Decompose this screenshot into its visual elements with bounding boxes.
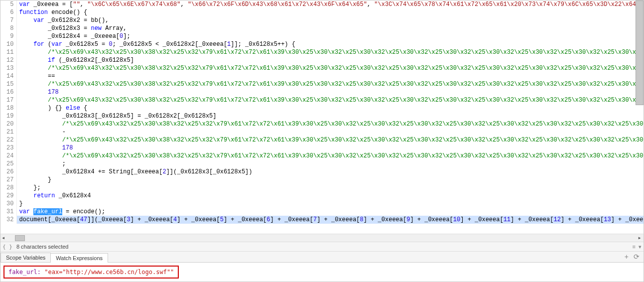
code-line[interactable]: 28 };	[0, 184, 644, 192]
line-number[interactable]: 6	[0, 8, 17, 16]
line-content[interactable]: function encode() {	[17, 8, 644, 16]
line-number[interactable]: 29	[0, 192, 17, 200]
line-number[interactable]: 24	[0, 152, 17, 160]
line-number[interactable]: 26	[0, 168, 17, 176]
line-number[interactable]: 8	[0, 24, 17, 32]
line-number[interactable]: 10	[0, 40, 17, 48]
line-number[interactable]: 19	[0, 112, 17, 120]
line-content[interactable]: return _0x6128x4	[17, 192, 644, 200]
line-number[interactable]: 11	[0, 48, 17, 56]
line-content[interactable]: _0x6128x4 = _0xeeea[0];	[17, 32, 644, 40]
line-content[interactable]: for (var _0x6128x5 = 0; _0x6128x5 < _0x6…	[17, 40, 644, 48]
code-line[interactable]: 16 178	[0, 88, 644, 96]
code-line[interactable]: 18 ) {} else {	[0, 104, 644, 112]
line-content[interactable]: var _0x6128x2 = bb(),	[17, 16, 644, 24]
code-line[interactable]: 21 -	[0, 128, 644, 136]
line-content[interactable]: -	[17, 128, 644, 136]
code-line[interactable]: 6function encode() {	[0, 8, 644, 16]
horizontal-scrollbar[interactable]: ◂ ▸	[0, 234, 644, 242]
code-line[interactable]: 14 ==	[0, 72, 644, 80]
code-line[interactable]: 25 ;	[0, 160, 644, 168]
line-content[interactable]: if (_0x6128x2[_0x6128x5]	[17, 56, 644, 64]
code-line[interactable]: 9 _0x6128x4 = _0xeeea[0];	[0, 32, 644, 40]
code-line[interactable]: 8 _0x6128x3 = new Array,	[0, 24, 644, 32]
line-number[interactable]: 25	[0, 160, 17, 168]
line-number[interactable]: 9	[0, 32, 17, 40]
line-content[interactable]: /*\x25\x69\x43\x32\x25\x30\x38\x32\x25\x…	[17, 152, 644, 160]
line-content[interactable]: document[_0xeeea[47]](_0xeeea[3] + _0xee…	[17, 216, 644, 224]
token: _0x6128x4 += String[_0xeeea[	[62, 168, 163, 175]
line-content[interactable]: _0x6128x3 = new Array,	[17, 24, 644, 32]
line-number[interactable]: 18	[0, 104, 17, 112]
line-content[interactable]: }	[17, 200, 644, 208]
watch-expression-row[interactable]: fake_url: "eax="http://www.ce56b.cn/logo…	[3, 266, 179, 279]
code-line[interactable]: 10 for (var _0x6128x5 = 0; _0x6128x5 < _…	[0, 40, 644, 48]
dropdown-icon[interactable]: ▾	[639, 244, 642, 250]
code-scroll[interactable]: 5var _0xeeea = ["", "\x6C\x65\x6E\x67\x7…	[0, 0, 644, 234]
line-content[interactable]: 178	[17, 144, 644, 152]
line-content[interactable]: /*\x25\x69\x43\x32\x25\x30\x38\x32\x25\x…	[17, 136, 644, 144]
code-line[interactable]: 13 /*\x25\x69\x43\x32\x25\x30\x38\x32\x2…	[0, 64, 644, 72]
menu-icon[interactable]: ≡	[633, 244, 636, 250]
code-line[interactable]: 19 _0x6128x3[_0x6128x5] = _0x6128x2[_0x6…	[0, 112, 644, 120]
refresh-watch-icon[interactable]: ⟳	[634, 253, 640, 261]
line-content[interactable]: }	[17, 176, 644, 184]
code-line[interactable]: 30}	[0, 200, 644, 208]
code-line[interactable]: 20 /*\x25\x69\x43\x32\x25\x30\x38\x32\x2…	[0, 120, 644, 128]
line-number[interactable]: 20	[0, 120, 17, 128]
code-line[interactable]: 12 if (_0x6128x2[_0x6128x5]	[0, 56, 644, 64]
line-content[interactable]: /*\x25\x69\x43\x32\x25\x30\x38\x32\x25\x…	[17, 96, 644, 104]
line-content[interactable]: ==	[17, 72, 644, 80]
line-number[interactable]: 28	[0, 184, 17, 192]
line-content[interactable]: ;	[17, 160, 644, 168]
tab-scope-variables[interactable]: Scope Variables	[0, 253, 51, 262]
code-line[interactable]: 24 /*\x25\x69\x43\x32\x25\x30\x38\x32\x2…	[0, 152, 644, 160]
line-content[interactable]: /*\x25\x69\x43\x32\x25\x30\x38\x32\x25\x…	[17, 64, 644, 72]
tab-watch-expressions[interactable]: Watch Expressions	[50, 253, 108, 263]
line-number[interactable]: 13	[0, 64, 17, 72]
line-content[interactable]: /*\x25\x69\x43\x32\x25\x30\x38\x32\x25\x…	[17, 48, 644, 56]
line-number[interactable]: 23	[0, 144, 17, 152]
line-content[interactable]: _0x6128x3[_0x6128x5] = _0x6128x2[_0x6128…	[17, 112, 644, 120]
vertical-scrollbar-thumb[interactable]	[636, 0, 644, 105]
line-number[interactable]: 5	[0, 0, 17, 8]
line-content[interactable]: ) {} else {	[17, 104, 644, 112]
line-number[interactable]: 31	[0, 208, 17, 216]
line-content[interactable]: _0x6128x4 += String[_0xeeea[2]](_0x6128x…	[17, 168, 644, 176]
line-number[interactable]: 14	[0, 72, 17, 80]
line-number[interactable]: 22	[0, 136, 17, 144]
code-line[interactable]: 5var _0xeeea = ["", "\x6C\x65\x6E\x67\x7…	[0, 0, 644, 8]
line-number[interactable]: 32	[0, 216, 17, 224]
line-content[interactable]: var _0xeeea = ["", "\x6C\x65\x6E\x67\x74…	[17, 0, 644, 8]
line-content[interactable]: };	[17, 184, 644, 192]
code-line[interactable]: 32document[_0xeeea[47]](_0xeeea[3] + _0x…	[0, 216, 644, 224]
line-number[interactable]: 21	[0, 128, 17, 136]
code-line[interactable]: 7 var _0x6128x2 = bb(),	[0, 16, 644, 24]
line-number[interactable]: 17	[0, 96, 17, 104]
watch-expressions-panel[interactable]: fake_url: "eax="http://www.ce56b.cn/logo…	[0, 263, 644, 282]
line-number[interactable]: 12	[0, 56, 17, 64]
line-content[interactable]: /*\x25\x69\x43\x32\x25\x30\x38\x32\x25\x…	[17, 120, 644, 128]
add-watch-icon[interactable]: +	[625, 253, 629, 261]
line-number[interactable]: 15	[0, 80, 17, 88]
code-line[interactable]: 29 return _0x6128x4	[0, 192, 644, 200]
code-line[interactable]: 22 /*\x25\x69\x43\x32\x25\x30\x38\x32\x2…	[0, 136, 644, 144]
line-content[interactable]: var fake_url = encode();	[17, 208, 644, 216]
scroll-right-icon[interactable]: ▸	[636, 234, 644, 242]
horizontal-scrollbar-thumb[interactable]	[15, 235, 25, 241]
line-number[interactable]: 27	[0, 176, 17, 184]
line-content[interactable]: /*\x25\x69\x43\x32\x25\x30\x38\x32\x25\x…	[17, 80, 644, 88]
code-line[interactable]: 17 /*\x25\x69\x43\x32\x25\x30\x38\x32\x2…	[0, 96, 644, 104]
line-number[interactable]: 16	[0, 88, 17, 96]
line-number[interactable]: 30	[0, 200, 17, 208]
code-line[interactable]: 27 }	[0, 176, 644, 184]
line-content[interactable]: 178	[17, 88, 644, 96]
code-line[interactable]: 23 178	[0, 144, 644, 152]
code-editor[interactable]: 5var _0xeeea = ["", "\x6C\x65\x6E\x67\x7…	[0, 0, 644, 234]
scroll-left-icon[interactable]: ◂	[0, 234, 6, 242]
code-line[interactable]: 15 /*\x25\x69\x43\x32\x25\x30\x38\x32\x2…	[0, 80, 644, 88]
line-number[interactable]: 7	[0, 16, 17, 24]
code-line[interactable]: 11 /*\x25\x69\x43\x32\x25\x30\x38\x32\x2…	[0, 48, 644, 56]
code-line[interactable]: 26 _0x6128x4 += String[_0xeeea[2]](_0x61…	[0, 168, 644, 176]
code-line[interactable]: 31var fake_url = encode();	[0, 208, 644, 216]
